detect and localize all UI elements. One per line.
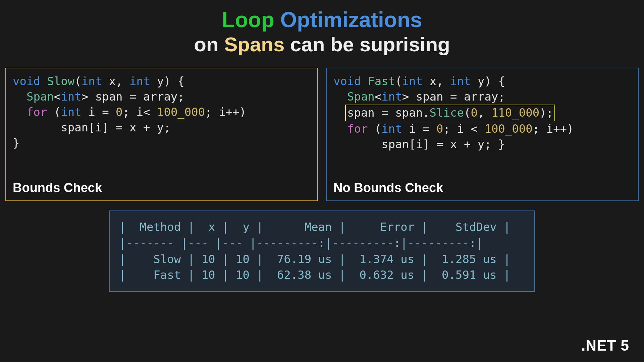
fast-code-block: void Fast(int x, int y) { Span<int> span…: [333, 74, 631, 152]
benchmark-table: | Method | x | y | Mean | Error | StdDev…: [109, 210, 535, 292]
title-rest: can be suprising: [290, 33, 450, 56]
footer-dotnet: .NET 5: [581, 337, 629, 354]
slow-panel-label: Bounds Check: [13, 181, 102, 195]
bench-row-slow: | Slow | 10 | 10 | 76.19 us | 1.374 us |…: [119, 252, 511, 266]
code-panels: void Slow(int x, int y) { Span<int> span…: [0, 58, 644, 201]
fast-code-panel: void Fast(int x, int y) { Span<int> span…: [326, 68, 639, 201]
fast-panel-label: No Bounds Check: [333, 181, 443, 195]
slice-highlight: span = span.Slice(0, 110_000);: [345, 105, 555, 121]
title-line-1: Loop Optimizations: [0, 8, 644, 32]
bench-header: | Method | x | y | Mean | Error | StdDev…: [119, 220, 511, 234]
bench-separator: |------- |--- |--- |---------:|---------…: [119, 236, 483, 250]
slow-code-panel: void Slow(int x, int y) { Span<int> span…: [5, 68, 318, 201]
title-word-spans: Spans: [224, 33, 284, 56]
title-word-on: on: [194, 33, 218, 56]
slow-code-block: void Slow(int x, int y) { Span<int> span…: [13, 74, 311, 150]
bench-row-fast: | Fast | 10 | 10 | 62.38 us | 0.632 us |…: [119, 268, 511, 282]
title-word-optimizations: Optimizations: [280, 8, 422, 32]
title-line-2: on Spans can be suprising: [0, 32, 644, 58]
title-word-loop: Loop: [222, 8, 274, 32]
slide-title: Loop Optimizations on Spans can be supri…: [0, 0, 644, 58]
